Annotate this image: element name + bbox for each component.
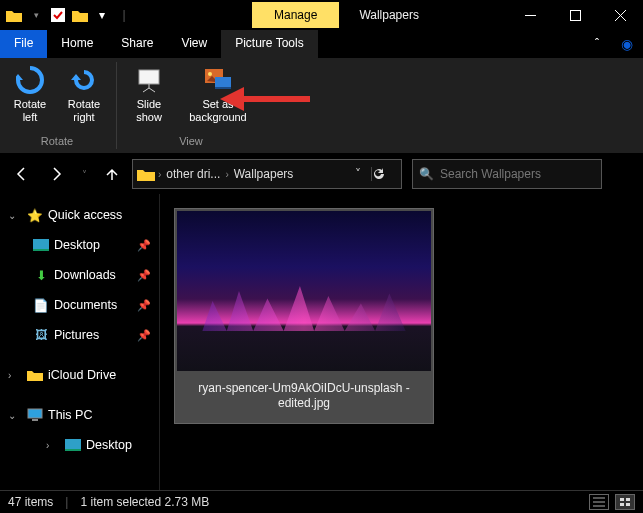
sidebar-item-label: Documents xyxy=(54,298,117,312)
search-icon: 🔍 xyxy=(419,167,434,181)
ribbon-separator xyxy=(116,62,117,149)
picture-icon: 🖼 xyxy=(32,328,50,342)
expand-icon[interactable]: ⌄ xyxy=(8,210,22,221)
sidebar-item-pictures[interactable]: 🖼 Pictures 📌 xyxy=(0,320,159,350)
sidebar-item-icloud[interactable]: › iCloud Drive xyxy=(0,360,159,390)
sidebar-item-documents[interactable]: 📄 Documents 📌 xyxy=(0,290,159,320)
nav-recent-icon[interactable]: ˅ xyxy=(76,160,92,188)
svg-rect-1 xyxy=(525,15,536,16)
maximize-button[interactable] xyxy=(553,0,598,30)
svg-rect-14 xyxy=(620,498,624,501)
window-title: Wallpapers xyxy=(359,8,419,22)
svg-rect-2 xyxy=(571,10,581,20)
tab-share[interactable]: Share xyxy=(107,30,167,58)
annotation-arrow xyxy=(220,84,310,114)
svg-rect-15 xyxy=(626,498,630,501)
svg-rect-17 xyxy=(626,503,630,506)
sidebar-item-label: Pictures xyxy=(54,328,99,342)
separator-icon: | xyxy=(114,5,134,25)
tab-picture-tools[interactable]: Picture Tools xyxy=(221,30,317,58)
close-button[interactable] xyxy=(598,0,643,30)
breadcrumb-2[interactable]: Wallpapers xyxy=(232,167,296,181)
computer-icon xyxy=(26,408,44,422)
tab-file[interactable]: File xyxy=(0,30,47,58)
status-item-count: 47 items xyxy=(8,495,53,509)
svg-rect-3 xyxy=(139,70,159,84)
slideshow-button[interactable]: Slide show xyxy=(125,62,173,126)
navigation-pane: ⌄ ⭐ Quick access Desktop 📌 ⬇ Downloads 📌… xyxy=(0,194,160,490)
minimize-button[interactable] xyxy=(508,0,553,30)
projector-screen-icon xyxy=(133,64,165,96)
collapse-ribbon-icon[interactable]: ˆ xyxy=(583,30,611,58)
svg-point-5 xyxy=(208,72,212,76)
separator-icon: | xyxy=(65,495,68,509)
view-group-label: View xyxy=(179,135,203,149)
desktop-icon xyxy=(64,439,82,451)
status-selection: 1 item selected 2.73 MB xyxy=(80,495,209,509)
svg-rect-13 xyxy=(65,449,81,451)
file-caption: ryan-spencer-Um9AkOiIDcU-unsplash - edit… xyxy=(177,371,431,421)
folder-open-icon[interactable] xyxy=(70,5,90,25)
file-thumbnail-selected[interactable]: ryan-spencer-Um9AkOiIDcU-unsplash - edit… xyxy=(174,208,434,424)
address-history-icon[interactable]: ˅ xyxy=(345,167,371,181)
refresh-icon[interactable] xyxy=(371,167,397,181)
desktop-icon xyxy=(32,239,50,251)
sidebar-item-desktop[interactable]: Desktop 📌 xyxy=(0,230,159,260)
tab-view[interactable]: View xyxy=(167,30,221,58)
status-bar: 47 items | 1 item selected 2.73 MB xyxy=(0,490,643,513)
rotate-group-label: Rotate xyxy=(41,135,73,149)
sidebar-item-label: iCloud Drive xyxy=(48,368,116,382)
help-icon[interactable]: ◉ xyxy=(611,30,643,58)
contextual-tab-label: Manage xyxy=(252,2,339,28)
nav-up-button[interactable] xyxy=(98,160,126,188)
thumbnail-image xyxy=(177,211,431,371)
svg-rect-9 xyxy=(33,249,49,251)
rotate-left-label: Rotate left xyxy=(14,98,46,124)
tab-home[interactable]: Home xyxy=(47,30,107,58)
details-view-button[interactable] xyxy=(589,494,609,510)
expand-icon[interactable]: › xyxy=(46,440,60,451)
overflow-icon[interactable]: ▾ xyxy=(92,5,112,25)
rotate-right-button[interactable]: Rotate right xyxy=(60,62,108,126)
sidebar-item-this-pc[interactable]: ⌄ This PC xyxy=(0,400,159,430)
svg-rect-11 xyxy=(32,419,38,421)
pin-icon[interactable]: 📌 xyxy=(137,239,151,252)
file-list[interactable]: ryan-spencer-Um9AkOiIDcU-unsplash - edit… xyxy=(160,194,643,490)
rotate-left-icon xyxy=(14,64,46,96)
folder-icon xyxy=(26,369,44,381)
search-input[interactable] xyxy=(440,167,595,181)
breadcrumb-1[interactable]: other dri... xyxy=(164,167,222,181)
folder-icon xyxy=(137,167,155,181)
nav-forward-button[interactable] xyxy=(42,160,70,188)
rotate-left-button[interactable]: Rotate left xyxy=(6,62,54,126)
nav-back-button[interactable] xyxy=(8,160,36,188)
sidebar-item-downloads[interactable]: ⬇ Downloads 📌 xyxy=(0,260,159,290)
checkbox-properties-icon[interactable] xyxy=(48,5,68,25)
pin-icon[interactable]: 📌 xyxy=(137,299,151,312)
dropdown-icon[interactable]: ▾ xyxy=(26,5,46,25)
chevron-right-icon[interactable]: › xyxy=(155,169,164,180)
sidebar-item-label: Downloads xyxy=(54,268,116,282)
chevron-right-icon[interactable]: › xyxy=(222,169,231,180)
star-icon: ⭐ xyxy=(26,208,44,223)
sidebar-item-label: This PC xyxy=(48,408,92,422)
pin-icon[interactable]: 📌 xyxy=(137,329,151,342)
svg-rect-0 xyxy=(51,8,65,22)
thumbnail-view-button[interactable] xyxy=(615,494,635,510)
svg-rect-10 xyxy=(28,409,42,418)
sidebar-item-quick-access[interactable]: ⌄ ⭐ Quick access xyxy=(0,200,159,230)
search-box[interactable]: 🔍 xyxy=(412,159,602,189)
sidebar-item-label: Quick access xyxy=(48,208,122,222)
download-icon: ⬇ xyxy=(32,268,50,283)
pin-icon[interactable]: 📌 xyxy=(137,269,151,282)
sidebar-item-label: Desktop xyxy=(86,438,132,452)
expand-icon[interactable]: ⌄ xyxy=(8,410,22,421)
sidebar-item-desktop2[interactable]: › Desktop xyxy=(0,430,159,460)
expand-icon[interactable]: › xyxy=(8,370,22,381)
document-icon: 📄 xyxy=(32,298,50,313)
svg-rect-12 xyxy=(65,439,81,449)
folder-icon xyxy=(4,5,24,25)
address-bar[interactable]: › other dri... › Wallpapers ˅ xyxy=(132,159,402,189)
slideshow-label: Slide show xyxy=(136,98,162,124)
svg-rect-8 xyxy=(33,239,49,249)
